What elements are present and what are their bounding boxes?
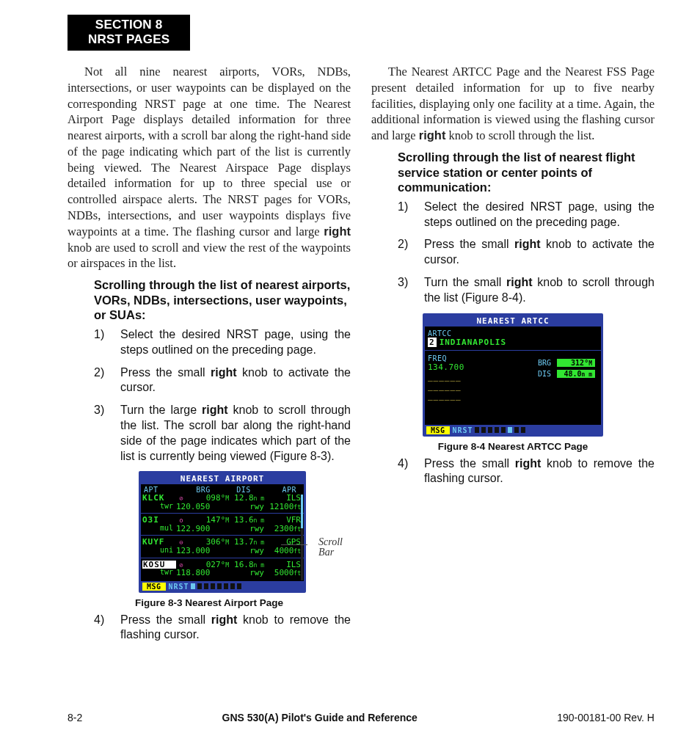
text: knob are used to scroll and view the res…: [68, 241, 351, 271]
step-1: Select the desired NRST page, using the …: [94, 327, 351, 358]
kw-right: right: [324, 225, 351, 238]
text: Select the desired NRST page, using the …: [120, 328, 351, 356]
page-dot: [481, 426, 486, 434]
text: knob to scroll through the list.: [445, 128, 594, 142]
artcc-label: ARTCC: [426, 328, 598, 338]
step-1: Select the desired NRST page, using the …: [398, 200, 655, 230]
text: Press the small: [424, 457, 515, 470]
dis-unit: n m: [582, 371, 592, 378]
section-tab: SECTION 8 NRST PAGES: [68, 15, 190, 51]
gps-title: NEAREST AIRPORT: [141, 473, 304, 484]
airport-subrow: twr120.050rwy12100ft: [142, 503, 301, 511]
artcc-name: INDIANAPOLIS: [440, 338, 506, 347]
kw-right: right: [202, 404, 228, 416]
figure-8-3: NEAREST AIRPORT APT BRG DIS APR KLCK⊘098…: [68, 471, 351, 608]
footer-rev: 190-00181-00 Rev. H: [557, 712, 655, 723]
page-dot: [190, 583, 196, 590]
text: Press the small: [424, 238, 514, 250]
step-2: Press the small right knob to activate t…: [94, 365, 351, 396]
text: Press the small: [120, 366, 211, 379]
footer-page: 8-2: [68, 712, 82, 723]
gps-scrollbar[interactable]: [301, 495, 303, 580]
freq-blank: ______: [426, 391, 598, 401]
page-dot: [210, 583, 216, 590]
callout-line: [281, 544, 307, 545]
page-dot: [216, 583, 222, 590]
kw-right: right: [515, 457, 542, 470]
page-dot: [236, 583, 242, 590]
right-steps-cont: Press the small right knob to remove the…: [371, 456, 655, 487]
page-dot: [507, 426, 513, 434]
right-subhead: Scrolling through the list of nearest fl…: [398, 150, 655, 195]
airport-subrow: mul122.900rwy2300ft: [142, 525, 301, 533]
step-4: Press the small right knob to remove the…: [94, 613, 351, 643]
kw-right: right: [419, 128, 446, 142]
page-dot: [500, 426, 506, 434]
page-dot: [520, 426, 526, 434]
brg-value: 312°: [571, 359, 588, 367]
left-subhead: Scrolling through the list of nearest ai…: [94, 277, 351, 323]
left-steps: Select the desired NRST page, using the …: [68, 327, 351, 464]
kw-right: right: [506, 276, 533, 288]
kw-right: right: [514, 238, 541, 250]
footer-title: GNS 530(A) Pilot's Guide and Reference: [222, 712, 418, 723]
left-steps-cont: Press the small right knob to remove the…: [68, 613, 351, 643]
page-dot: [494, 426, 500, 434]
page-dot: [203, 583, 209, 590]
text: Press the small: [120, 613, 211, 626]
page-dot: [487, 426, 493, 434]
msg-flag[interactable]: MSG: [142, 583, 166, 591]
text: Select the desired NRST page, using the …: [424, 200, 655, 228]
page-dot: [474, 426, 480, 434]
step-3: Turn the large right knob to scroll thro…: [94, 403, 351, 464]
nrst-label: NRST: [453, 426, 473, 434]
brg-unit: M: [588, 360, 592, 367]
text: Not all nine nearest airports, VORs, NDB…: [68, 65, 351, 238]
airport-subrow: twr118.800rwy5000ft: [142, 569, 301, 577]
msg-flag[interactable]: MSG: [426, 426, 450, 434]
text: Turn the small: [424, 276, 506, 288]
step-3: Turn the small right knob to scroll thro…: [398, 275, 655, 306]
right-para-1: The Nearest ARTCC Page and the Nearest F…: [371, 64, 655, 144]
page-dot: [514, 426, 519, 434]
step-2: Press the small right knob to activate t…: [398, 237, 655, 268]
brg-label: BRG: [538, 359, 551, 367]
dis-value: 48.0: [564, 370, 581, 378]
freq-blank: ______: [426, 382, 598, 391]
page-dot: [197, 583, 203, 590]
airport-subrow: uni123.000rwy4000ft: [142, 547, 301, 555]
figure-8-4: NEAREST ARTCC ARTCC 2 INDIANAPOLIS FREQ …: [371, 313, 655, 452]
page-dot: [230, 583, 236, 590]
scrollbar-callout: Scroll Bar: [318, 537, 343, 558]
page-footer: 8-2 GNS 530(A) Pilot's Guide and Referen…: [68, 712, 655, 723]
gps-title: NEAREST ARTCC: [425, 316, 601, 327]
step-4: Press the small right knob to remove the…: [398, 456, 655, 487]
text: Turn the large: [120, 404, 202, 416]
nrst-label: NRST: [169, 583, 189, 591]
artcc-index[interactable]: 2: [428, 338, 437, 347]
kw-right: right: [211, 613, 238, 626]
kw-right: right: [211, 366, 237, 379]
fig-caption: Figure 8-3 Nearest Airport Page: [68, 597, 351, 608]
right-steps: Select the desired NRST page, using the …: [371, 200, 655, 306]
left-para-1: Not all nine nearest airports, VORs, NDB…: [68, 64, 351, 271]
dis-label: DIS: [538, 370, 551, 378]
page-dot: [223, 583, 229, 590]
fig-caption: Figure 8-4 Nearest ARTCC Page: [371, 441, 655, 452]
